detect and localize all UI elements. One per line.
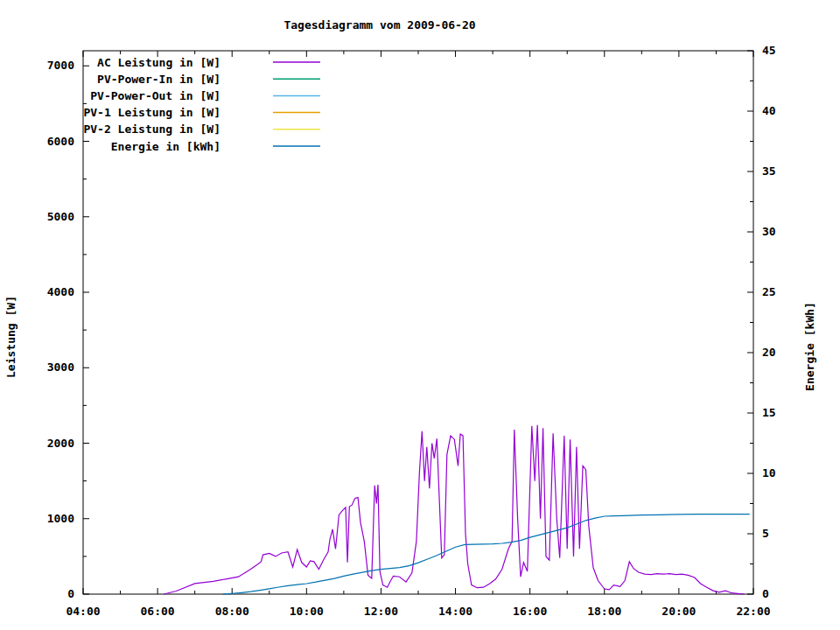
x-tick-label: 18:00 <box>587 605 621 618</box>
y-left-axis-title: Leistung [W] <box>4 296 18 378</box>
chart-series <box>164 425 749 594</box>
x-tick-label: 12:00 <box>364 605 398 618</box>
legend-label-pv-power-out-in-w: PV-Power-Out in [W] <box>90 89 220 102</box>
tagesdiagramm-chart: Tagesdiagramm vom 2009-06-20 Leistung [W… <box>0 0 840 630</box>
x-tick-label: 14:00 <box>438 605 472 618</box>
y-left-tick-label: 0 <box>67 587 74 600</box>
y-right-axis-title: Energie [kWh] <box>803 302 816 391</box>
y-left-tick-label: 4000 <box>47 285 74 298</box>
y-left-tick-label: 5000 <box>47 210 74 223</box>
series-energie-in-kwh <box>223 514 750 594</box>
y-right-tick-label: 45 <box>762 44 776 57</box>
x-tick-label: 20:00 <box>662 605 696 618</box>
y-right-tick-label: 30 <box>762 225 776 238</box>
x-tick-label: 04:00 <box>66 605 100 618</box>
y-left-tick-label: 3000 <box>47 360 74 374</box>
series-ac-leistung-in-w <box>164 425 744 594</box>
legend-label-energie-in-kwh: Energie in [kWh] <box>111 140 220 153</box>
y-right-tick-label: 35 <box>762 164 776 178</box>
y-right-tick-label: 40 <box>762 104 776 117</box>
chart-legend: AC Leistung in [W]PV-Power-In in [W]PV-P… <box>83 56 320 153</box>
y-right-tick-label: 20 <box>762 346 776 359</box>
x-tick-label: 08:00 <box>215 605 249 618</box>
gnuplot-canvas: Tagesdiagramm vom 2009-06-20 Leistung [W… <box>0 0 840 630</box>
legend-label-ac-leistung-in-w: AC Leistung in [W] <box>97 56 220 69</box>
y-right-tick-label: 10 <box>762 466 776 480</box>
x-tick-label: 16:00 <box>513 605 547 618</box>
y-right-tick-label: 0 <box>762 587 769 600</box>
y-left-tick-label: 7000 <box>47 59 74 72</box>
x-tick-label: 10:00 <box>290 605 324 618</box>
y-left-tick-label: 2000 <box>47 437 74 450</box>
x-tick-label: 22:00 <box>736 605 770 618</box>
legend-label-pv-1-leistung-in-w: PV-1 Leistung in [W] <box>83 106 220 119</box>
y-right-tick-label: 15 <box>762 406 776 419</box>
y-left-tick-label: 6000 <box>47 135 74 148</box>
legend-label-pv-2-leistung-in-w: PV-2 Leistung in [W] <box>83 122 220 136</box>
y-right-tick-label: 25 <box>762 285 776 298</box>
legend-label-pv-power-in-in-w: PV-Power-In in [W] <box>97 73 220 86</box>
chart-title: Tagesdiagramm vom 2009-06-20 <box>284 18 475 32</box>
y-right-tick-label: 5 <box>762 527 769 540</box>
x-tick-label: 06:00 <box>141 605 175 618</box>
y-left-tick-label: 1000 <box>47 512 74 525</box>
